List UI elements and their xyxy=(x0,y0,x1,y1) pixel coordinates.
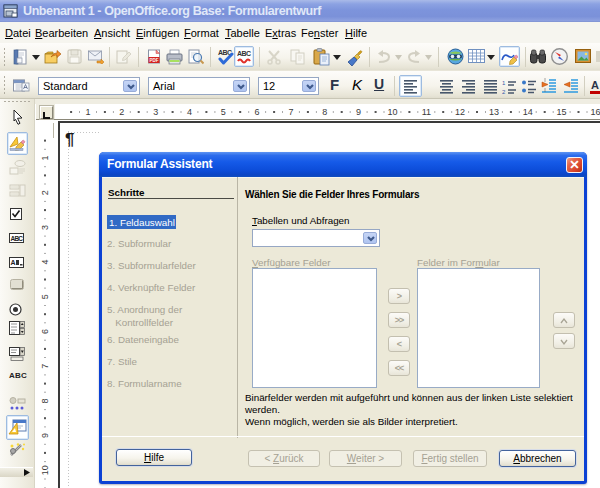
svg-text:14: 14 xyxy=(523,107,533,117)
svg-text:8: 8 xyxy=(322,107,327,117)
svg-text:1: 1 xyxy=(502,80,506,86)
svg-text:11: 11 xyxy=(422,107,431,117)
svg-text:3: 3 xyxy=(40,225,50,230)
svg-text:3: 3 xyxy=(153,107,158,117)
svg-text:ABC: ABC xyxy=(237,50,251,57)
svg-text:A: A xyxy=(591,79,599,91)
svg-text:16: 16 xyxy=(590,107,600,117)
svg-text:2: 2 xyxy=(502,89,506,95)
svg-text:6: 6 xyxy=(255,107,260,117)
svg-text:4: 4 xyxy=(40,260,50,265)
svg-text:8: 8 xyxy=(40,398,50,403)
svg-text:10: 10 xyxy=(40,465,50,475)
svg-text:1: 1 xyxy=(40,155,50,160)
svg-text:12: 12 xyxy=(455,107,465,117)
svg-text:7: 7 xyxy=(288,107,293,117)
svg-text:1: 1 xyxy=(85,107,90,117)
svg-text:ABC: ABC xyxy=(11,235,24,242)
svg-text:5: 5 xyxy=(221,107,226,117)
svg-text:15: 15 xyxy=(557,107,567,117)
svg-text:PDF: PDF xyxy=(150,58,159,63)
svg-text:7: 7 xyxy=(40,364,50,369)
svg-text:10: 10 xyxy=(387,107,397,117)
svg-text:9: 9 xyxy=(356,107,361,117)
svg-text:9: 9 xyxy=(40,433,50,438)
svg-text:2: 2 xyxy=(40,190,50,195)
svg-text:5: 5 xyxy=(40,294,50,299)
svg-text:A: A xyxy=(11,259,16,266)
svg-text:2: 2 xyxy=(119,107,124,117)
svg-text:13: 13 xyxy=(489,107,499,117)
svg-text:6: 6 xyxy=(40,329,50,334)
svg-text:4: 4 xyxy=(187,107,192,117)
